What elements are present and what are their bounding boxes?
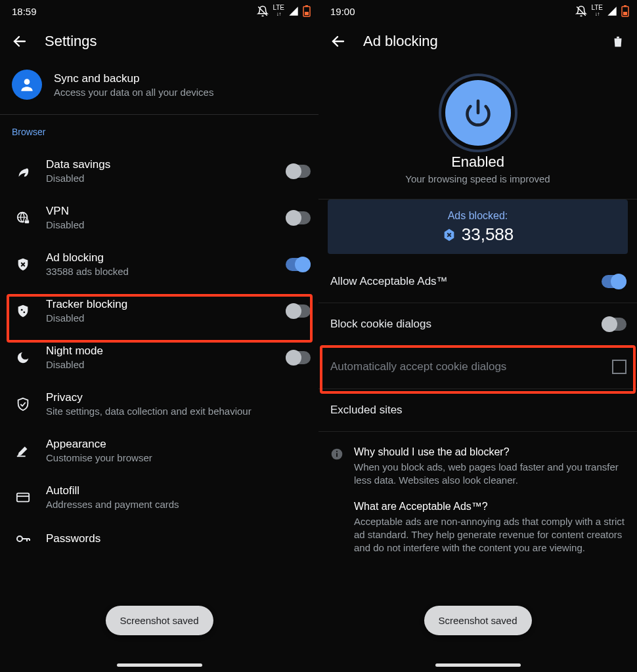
row-privacy[interactable]: Privacy Site settings, data collection a… — [0, 381, 318, 427]
svg-rect-3 — [305, 12, 309, 15]
svg-point-9 — [21, 308, 23, 310]
row-passwords[interactable]: Passwords — [0, 520, 318, 566]
battery-icon — [621, 5, 629, 17]
enabled-sub: Your browsing speed is improved — [318, 173, 637, 184]
sync-title: Sync and backup — [54, 72, 213, 85]
row-data-savings[interactable]: Data savings Disabled — [0, 148, 318, 194]
row-sub: Customise your browser — [46, 452, 311, 463]
divider — [0, 114, 318, 115]
nav-bar[interactable] — [117, 663, 202, 667]
toast: Screenshot saved — [105, 606, 213, 635]
svg-rect-11 — [17, 455, 26, 457]
svg-point-5 — [24, 79, 30, 85]
toggle-vpn[interactable] — [286, 211, 311, 224]
row-vpn[interactable]: VPN Disabled — [0, 194, 318, 241]
status-bar: 19:00 LTE↓↑ — [318, 0, 637, 20]
svg-rect-21 — [623, 12, 627, 15]
globe-lock-icon — [16, 211, 30, 225]
sync-row[interactable]: Sync and backup Access your data on all … — [0, 60, 318, 114]
row-title: Data savings — [46, 158, 274, 171]
svg-point-10 — [23, 311, 25, 313]
notification-off-icon — [257, 5, 269, 17]
leaf-icon — [16, 164, 30, 178]
row-label: Allow Acceptable Ads™ — [330, 275, 448, 288]
svg-rect-12 — [17, 493, 29, 501]
power-button[interactable] — [445, 80, 511, 146]
back-arrow-icon[interactable] — [330, 33, 346, 49]
info-acceptable: What are Acceptable Ads™? Acceptable ads… — [318, 490, 637, 558]
settings-screen: 18:59 LTE↓↑ Settings Sync and backup Acc… — [0, 0, 318, 672]
row-block-cookie[interactable]: Block cookie dialogs — [318, 303, 637, 345]
row-sub: Addresses and payment cards — [46, 499, 311, 510]
checkbox-auto-accept — [612, 360, 626, 374]
row-tracker[interactable]: Tracker blocking Disabled — [0, 287, 318, 334]
brush-icon — [16, 444, 30, 458]
toggle-ad-blocking[interactable] — [286, 258, 311, 271]
shield-check-icon — [16, 397, 30, 411]
info-question: What are Acceptable Ads™? — [354, 501, 625, 513]
row-title: Autofill — [46, 484, 311, 497]
row-label: Block cookie dialogs — [330, 318, 431, 331]
nav-bar[interactable] — [435, 663, 521, 667]
lte-indicator: LTE↓↑ — [273, 5, 284, 18]
sync-sub: Access your data on all your devices — [54, 87, 213, 98]
row-excluded-sites[interactable]: Excluded sites — [318, 389, 637, 431]
row-autofill[interactable]: Autofill Addresses and payment cards — [0, 474, 318, 520]
ads-blocked-card: Ads blocked: 33,588 — [328, 200, 628, 254]
toggle-tracker[interactable] — [286, 304, 311, 318]
toggle-block-cookie[interactable] — [602, 318, 626, 331]
header: Ad blocking — [318, 20, 637, 60]
row-title: Passwords — [46, 532, 311, 545]
info-answer: Acceptable ads are non-annoying ads that… — [354, 515, 625, 555]
back-arrow-icon[interactable] — [12, 33, 28, 49]
row-title: Tracker blocking — [46, 298, 274, 311]
power-icon — [464, 98, 493, 127]
info-icon — [330, 448, 343, 461]
shield-steps-icon — [16, 304, 30, 318]
section-label: Browser — [0, 124, 318, 148]
lte-indicator: LTE↓↑ — [591, 5, 603, 18]
moon-icon — [16, 350, 30, 365]
row-title: Appearance — [46, 438, 311, 451]
row-label: Excluded sites — [330, 404, 403, 417]
card-icon — [16, 490, 30, 505]
toast: Screenshot saved — [424, 606, 531, 635]
row-title: Privacy — [46, 391, 311, 404]
row-sub: Disabled — [46, 173, 274, 184]
page-title: Settings — [45, 33, 97, 50]
row-title: Ad blocking — [46, 251, 274, 264]
row-sub: Disabled — [46, 359, 274, 370]
svg-rect-20 — [624, 5, 626, 7]
hex-x-icon — [442, 228, 456, 242]
status-bar: 18:59 LTE↓↑ — [0, 0, 318, 20]
row-night[interactable]: Night mode Disabled — [0, 334, 318, 381]
key-icon — [15, 531, 31, 547]
signal-icon — [607, 6, 617, 16]
svg-point-14 — [17, 536, 22, 541]
row-sub: 33588 ads blocked — [46, 266, 274, 277]
trash-icon[interactable] — [611, 34, 625, 49]
clock: 18:59 — [12, 6, 37, 17]
header: Settings — [0, 20, 318, 60]
signal-icon — [288, 6, 299, 16]
info-why: Why should I use the ad blocker? When yo… — [318, 432, 637, 490]
svg-rect-25 — [336, 453, 338, 457]
row-sub: Disabled — [46, 312, 274, 324]
toggle-night[interactable] — [286, 351, 311, 364]
ads-count: 33,588 — [462, 224, 514, 245]
row-allow-acceptable-ads[interactable]: Allow Acceptable Ads™ — [318, 261, 637, 303]
row-title: Night mode — [46, 345, 274, 358]
row-auto-accept-cookie: Automatically accept cookie dialogs — [318, 345, 637, 388]
row-sub: Disabled — [46, 219, 274, 230]
svg-point-26 — [336, 451, 338, 452]
row-ad-blocking[interactable]: Ad blocking 33588 ads blocked — [0, 241, 318, 287]
toggle-data-savings[interactable] — [286, 165, 311, 178]
info-answer: When you block ads, web pages load faste… — [354, 461, 625, 488]
toggle-allow-ads[interactable] — [602, 275, 626, 288]
ads-label: Ads blocked: — [328, 210, 628, 222]
enabled-title: Enabled — [318, 154, 637, 171]
battery-icon — [303, 5, 311, 17]
svg-rect-2 — [305, 5, 308, 7]
svg-rect-8 — [25, 220, 29, 223]
row-appearance[interactable]: Appearance Customise your browser — [0, 427, 318, 474]
